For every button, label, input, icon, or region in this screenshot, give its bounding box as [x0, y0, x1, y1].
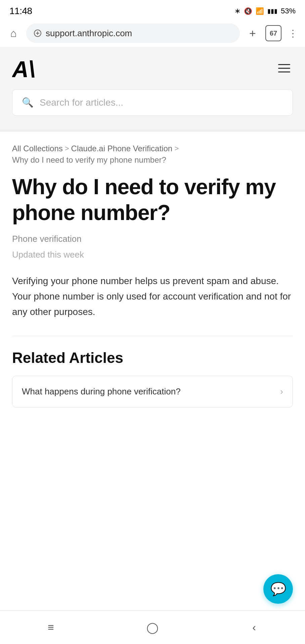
search-bar[interactable]: 🔍 Search for articles...	[12, 89, 293, 116]
breadcrumb-current-page: Why do I need to verify my phone number?	[12, 155, 166, 165]
article-body: Verifying your phone number helps us pre…	[12, 273, 293, 320]
breadcrumb: All Collections > Claude.ai Phone Verifi…	[12, 144, 293, 165]
site-header: A\	[0, 47, 305, 89]
tab-switcher-button[interactable]: 67	[265, 25, 281, 41]
nav-home-icon: ◯	[146, 621, 159, 634]
back-icon: ‹	[252, 621, 256, 634]
breadcrumb-separator-2: >	[174, 144, 179, 153]
article-updated: Updated this week	[12, 250, 293, 260]
chat-icon: 💬	[270, 582, 286, 596]
related-articles-section: Related Articles What happens during pho…	[0, 336, 305, 407]
more-options-icon: ⋮	[288, 28, 298, 39]
new-tab-button[interactable]: +	[245, 25, 261, 41]
browser-home-button[interactable]: ⌂	[5, 25, 21, 41]
search-section: 🔍 Search for articles...	[0, 89, 305, 129]
search-icon: 🔍	[22, 97, 34, 108]
hamburger-line-2	[278, 68, 290, 69]
related-articles-heading: Related Articles	[12, 350, 293, 366]
status-icons: ∗ 🔇 📶 ▮▮▮ 53%	[234, 7, 296, 15]
article-category: Phone verification	[12, 234, 293, 244]
signal-icon: ▮▮▮	[267, 7, 277, 15]
home-icon: ⌂	[10, 27, 16, 40]
browser-menu-button[interactable]: ⋮	[286, 25, 300, 41]
related-article-text: What happens during phone verification?	[22, 385, 275, 397]
status-time: 11:48	[9, 6, 32, 16]
breadcrumb-separator-1: >	[65, 144, 69, 153]
tab-count: 67	[270, 30, 277, 37]
chat-support-button[interactable]: 💬	[263, 574, 293, 604]
security-icon	[33, 29, 42, 38]
hamburger-line-1	[278, 64, 290, 65]
logo-svg: A\	[12, 56, 49, 80]
related-article-card[interactable]: What happens during phone verification? …	[12, 376, 293, 407]
recent-apps-icon: ≡	[48, 621, 54, 634]
related-article-arrow-icon: ›	[280, 386, 283, 397]
wifi-icon: 📶	[256, 7, 264, 15]
status-bar: 11:48 ∗ 🔇 📶 ▮▮▮ 53%	[0, 0, 305, 21]
nav-back-button[interactable]: ‹	[241, 618, 268, 638]
url-text: support.anthropic.com	[46, 28, 132, 39]
section-divider	[0, 129, 305, 132]
add-icon: +	[249, 27, 256, 40]
breadcrumb-all-collections[interactable]: All Collections	[12, 144, 63, 153]
nav-home-button[interactable]: ◯	[139, 618, 166, 638]
bottom-navigation: ≡ ◯ ‹	[0, 610, 305, 644]
search-input-placeholder: Search for articles...	[40, 97, 123, 108]
hamburger-line-3	[278, 71, 290, 72]
hamburger-menu-button[interactable]	[275, 59, 293, 77]
article-title: Why do I need to verify my phone number?	[12, 174, 293, 226]
browser-chrome: ⌂ support.anthropic.com + 67 ⋮	[0, 21, 305, 47]
main-content: All Collections > Claude.ai Phone Verifi…	[0, 132, 305, 320]
address-bar[interactable]: support.anthropic.com	[26, 23, 240, 43]
battery-status: 53%	[281, 7, 296, 15]
anthropic-logo[interactable]: A\	[12, 56, 49, 80]
volume-icon: 🔇	[244, 7, 252, 15]
bluetooth-icon: ∗	[234, 7, 241, 15]
svg-text:A\: A\	[12, 56, 35, 80]
nav-recent-button[interactable]: ≡	[37, 618, 64, 638]
breadcrumb-collection[interactable]: Claude.ai Phone Verification	[71, 144, 173, 153]
